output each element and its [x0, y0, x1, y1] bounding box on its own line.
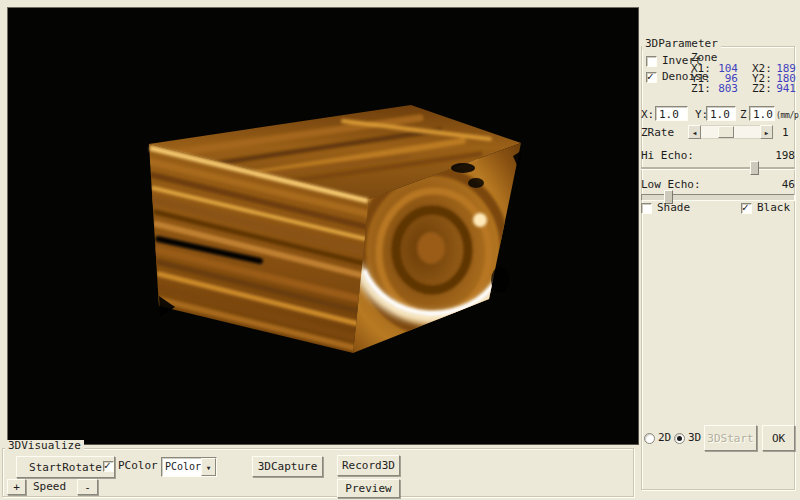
denoise-checkbox[interactable]: ✓ [646, 72, 657, 83]
parameter-group-title: 3DParameter [642, 38, 721, 50]
shade-checkbox[interactable]: ✓ [641, 203, 652, 214]
speed-plus-button[interactable]: + [7, 479, 26, 495]
dropdown-arrow-icon[interactable]: ▼ [201, 458, 216, 476]
app-window: 3DParameter ✓ Invert ✓ Denoise Zone X1: … [0, 0, 800, 500]
checkmark-icon: ✓ [742, 201, 749, 214]
pcolor-checkbox[interactable]: ✓ [103, 461, 114, 472]
speed-label: Speed [33, 481, 66, 493]
x-scale-label: X: [641, 109, 654, 121]
x-scale-input[interactable]: 1.0 [655, 106, 688, 121]
pcolor-dropdown[interactable]: PColor ▼ [161, 457, 217, 477]
ok-button[interactable]: OK [762, 425, 795, 451]
visualize-group-title: 3DVisualize [5, 440, 84, 452]
zrate-label: ZRate [641, 127, 674, 139]
zrate-value: 1 [782, 127, 789, 139]
pcolor-dropdown-value: PColor [162, 458, 201, 476]
hi-echo-track [641, 167, 795, 170]
scale-unit-label: (mm/p) [776, 110, 800, 122]
start-rotate-button[interactable]: StartRotate [16, 456, 115, 478]
zrate-track[interactable] [701, 125, 760, 139]
3dcapture-button[interactable]: 3DCapture [252, 456, 323, 477]
record3d-button[interactable]: Record3D [337, 455, 400, 476]
y-scale-input[interactable]: 1.0 [706, 106, 736, 121]
mode-2d-label: 2D [658, 432, 671, 444]
hi-echo-thumb[interactable] [750, 161, 759, 175]
zrate-thumb[interactable] [718, 126, 734, 138]
zone-z2-value: 941 [770, 83, 796, 95]
z-scale-input[interactable]: 1.0 [749, 106, 775, 121]
scroll-right-icon[interactable]: ▶ [760, 125, 773, 139]
zone-z1-value: 803 [712, 83, 738, 95]
3d-viewport[interactable] [7, 7, 639, 445]
zrate-scrollbar: ◀ ▶ [688, 125, 773, 139]
mode-3d-label: 3D [688, 432, 701, 444]
black-label: Black [757, 202, 790, 214]
hi-echo-slider[interactable] [641, 161, 795, 175]
checkmark-icon: ✓ [647, 70, 654, 83]
pcolor-label: PColor [118, 460, 158, 472]
zone-z1-label: Z1: [691, 83, 711, 95]
shade-label: Shade [657, 202, 690, 214]
mode-2d-radio[interactable] [644, 433, 655, 444]
invert-checkbox[interactable]: ✓ [646, 56, 657, 67]
checkmark-icon: ✓ [104, 459, 111, 472]
black-checkbox[interactable]: ✓ [741, 203, 752, 214]
3dstart-button[interactable]: 3DStart [704, 425, 757, 451]
volume-render [8, 8, 638, 444]
zone-z2-label: Z2: [752, 83, 772, 95]
scroll-left-icon[interactable]: ◀ [688, 125, 701, 139]
mode-3d-radio[interactable] [674, 433, 685, 444]
preview-button[interactable]: Preview [337, 479, 400, 498]
speed-minus-button[interactable]: - [77, 479, 98, 495]
